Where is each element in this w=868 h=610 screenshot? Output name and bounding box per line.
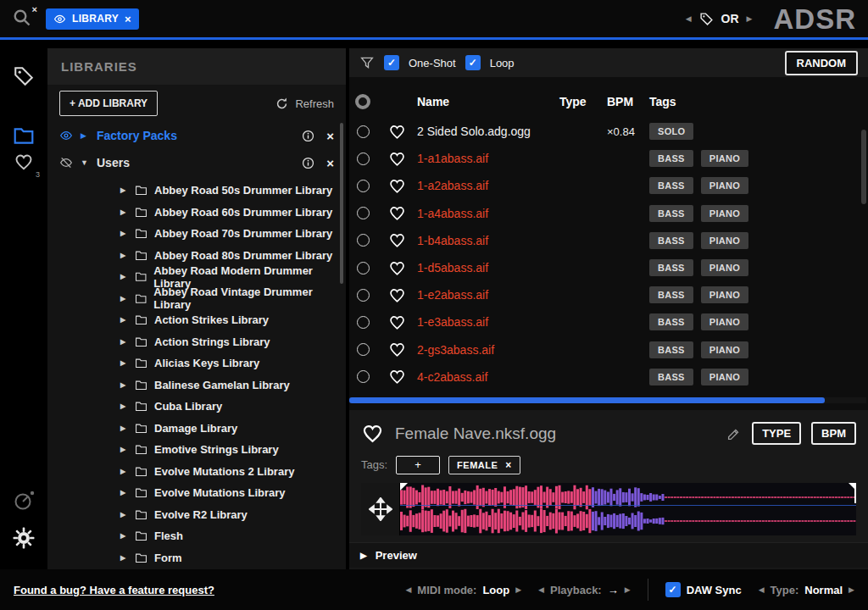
column-name[interactable]: Name [417,95,559,108]
select-all-circle-icon[interactable] [355,94,370,109]
sample-name[interactable]: 1-b4abass.aif [417,234,488,247]
tag-badge[interactable]: PIANO [701,205,748,222]
source-factory-packs[interactable]: ▶ Factory Packs × [47,122,346,149]
play-icon[interactable]: ▶ [360,551,367,560]
tag-badge[interactable]: PIANO [701,313,748,330]
chevron-right-icon[interactable]: ▶ [120,230,128,237]
tag-logic-prev-icon[interactable]: ◀ [686,14,692,23]
settings-button[interactable] [13,527,35,549]
sample-row[interactable]: 1-e2abass.aif BASSPIANO [349,281,868,308]
sample-row[interactable]: 4-c2abass.aif BASSPIANO [349,363,868,391]
tag-badge[interactable]: PIANO [701,150,748,167]
detect-bpm-button[interactable]: BPM [811,422,856,445]
chevron-right-icon[interactable]: ▶ [120,532,128,540]
tag-badge[interactable]: BASS [649,313,693,330]
favorite-heart-icon[interactable] [388,204,406,222]
chevron-right-icon[interactable]: ▶ [120,252,128,259]
sample-name[interactable]: 1-e2abass.aif [417,288,488,302]
library-folder-item[interactable]: ▶ Balinese Gamelan Library [120,374,346,396]
info-icon[interactable] [302,157,314,169]
tag-badge[interactable]: PIANO [701,286,748,303]
sample-name[interactable]: 1-e3abass.aif [417,315,488,329]
library-folder-item[interactable]: ▶ Form [120,547,346,569]
sample-row[interactable]: 1-a2abass.aif BASSPIANO [349,172,868,199]
tag-badge[interactable]: PIANO [701,232,748,249]
sample-radio[interactable] [357,207,370,219]
library-folder-item[interactable]: ▶ Abbey Road 60s Drummer Library [120,202,346,224]
tags-nav-button[interactable] [13,65,35,87]
chevron-right-icon[interactable]: ▶ [120,446,128,453]
daw-sync-checkbox[interactable]: ✓ [665,582,681,597]
search-button[interactable]: × [12,8,37,30]
favorites-nav-button[interactable]: 3 [14,152,34,172]
loop-checkbox[interactable]: ✓ [465,55,481,70]
sample-row[interactable]: 1-a4abass.aif BASSPIANO [349,200,868,227]
sample-name[interactable]: 1-a4abass.aif [417,207,488,220]
library-folder-item[interactable]: ▶ Abbey Road 80s Drummer Library [120,245,346,267]
library-folder-item[interactable]: ▶ Emotive Strings Library [120,439,346,461]
list-scrollbar[interactable] [861,130,866,204]
chevron-right-icon[interactable]: ▶ [81,131,89,140]
playback-next-icon[interactable]: ▶ [625,585,631,594]
favorite-heart-icon[interactable] [388,313,406,331]
tag-badge[interactable]: BASS [649,177,693,194]
tag-badge[interactable]: BASS [649,259,693,276]
favorite-heart-icon[interactable] [388,259,406,277]
chevron-right-icon[interactable]: ▶ [120,468,128,475]
library-folder-item[interactable]: ▶ Abbey Road 70s Drummer Library [120,223,346,245]
eye-off-icon[interactable] [59,156,73,169]
library-folder-item[interactable]: ▶ Action Strings Library [120,331,346,353]
tag-badge[interactable]: PIANO [701,177,748,194]
sample-radio[interactable] [357,262,370,274]
chevron-right-icon[interactable]: ▶ [120,424,128,432]
remove-tag-icon[interactable]: × [505,459,512,471]
sample-row[interactable]: 1-d5abass.aif BASSPIANO [349,254,868,281]
source-label[interactable]: Factory Packs [97,129,177,142]
library-folder-item[interactable]: ▶ Action Strikes Library [120,309,346,331]
add-library-button[interactable]: + ADD LIBRARY [59,91,158,116]
favorite-heart-icon[interactable] [388,123,406,141]
sample-radio[interactable] [357,180,370,192]
library-folder-item[interactable]: ▶ Flesh [120,525,346,547]
sample-radio[interactable] [357,316,370,329]
sample-name[interactable]: 2 Sided Solo.adg.ogg [417,125,531,138]
filter-funnel-icon[interactable] [359,55,375,70]
sample-row[interactable]: 2-gs3abass.aif BASSPIANO [349,336,868,363]
tag-badge[interactable]: BASS [649,286,693,303]
preview-play-bar[interactable]: ▶ Preview [349,542,868,568]
tag-badge[interactable]: BASS [649,150,693,167]
chevron-right-icon[interactable]: ▶ [120,338,128,346]
favorite-heart-icon[interactable] [388,177,406,195]
tag-badge[interactable]: PIANO [701,369,748,385]
library-filter-chip[interactable]: LIBRARY × [46,8,139,30]
chevron-down-icon[interactable]: ▼ [81,158,89,167]
eye-icon[interactable] [59,129,73,142]
source-label[interactable]: Users [97,156,130,169]
chevron-right-icon[interactable]: ▶ [120,511,128,518]
browser-nav-button[interactable] [13,125,35,147]
chevron-right-icon[interactable]: ▶ [120,208,128,216]
loop-start-marker[interactable] [400,483,408,491]
chevron-right-icon[interactable]: ▶ [120,186,128,194]
remove-library-filter-icon[interactable]: × [125,13,131,25]
library-folder-item[interactable]: ▶ Abbey Road Modern Drummer Library [120,266,346,288]
waveform-drag-handle[interactable] [361,483,400,535]
add-tag-button[interactable]: + [396,456,440,474]
chevron-right-icon[interactable]: ▶ [120,402,128,410]
sample-name[interactable]: 1-a1abass.aif [417,152,488,165]
favorite-heart-icon[interactable] [361,422,384,445]
tag-badge[interactable]: BASS [649,369,693,385]
sample-name[interactable]: 1-d5abass.aif [417,261,488,274]
tag-badge[interactable]: BASS [649,232,693,249]
random-button[interactable]: RANDOM [785,51,859,75]
preview-tag-chip[interactable]: FEMALE× [448,456,520,474]
favorite-heart-icon[interactable] [388,150,406,168]
chevron-right-icon[interactable]: ▶ [120,381,128,389]
library-folder-item[interactable]: ▶ Alicias Keys Library [120,352,346,374]
sample-radio[interactable] [357,152,370,165]
midi-mode-prev-icon[interactable]: ◀ [405,585,411,594]
sample-radio[interactable] [357,370,370,383]
sample-row[interactable]: 1-a1abass.aif BASSPIANO [349,145,868,172]
source-users[interactable]: ▼ Users × [47,149,346,176]
waveform-display[interactable] [400,483,856,535]
